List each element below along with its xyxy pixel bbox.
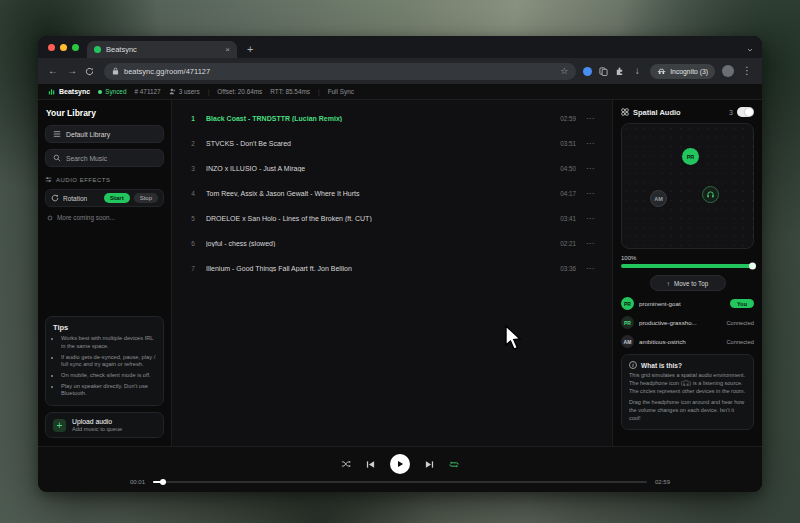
track-menu-icon[interactable]: ⋯ (584, 264, 596, 273)
library-sidebar: Your Library Default Library AUDIO EFFEC… (38, 100, 172, 446)
listener-node[interactable] (702, 186, 719, 203)
shuffle-button[interactable] (341, 460, 351, 468)
reading-list-icon[interactable] (599, 67, 608, 76)
track-number: 6 (188, 240, 198, 247)
browser-actions: ↓ Incognito (3) ⋮ (583, 64, 753, 79)
spatial-info-card: i What is this? This grid simulates a sp… (621, 354, 754, 430)
upload-audio-button[interactable]: + Upload audio Add music to queue (45, 412, 164, 438)
downloads-icon[interactable]: ↓ (631, 66, 643, 76)
spatial-toggle[interactable] (737, 107, 754, 117)
browser-menu-kebab-icon[interactable]: ⋮ (741, 66, 753, 76)
extension-icon[interactable] (583, 67, 592, 76)
window-controls (46, 36, 87, 58)
new-tab-button[interactable]: + (247, 43, 253, 58)
track-row[interactable]: 2 STVCKS - Don't Be Scared 03:51 ⋯ (182, 131, 602, 156)
default-library-button[interactable]: Default Library (45, 125, 164, 143)
offset-stat: Offset: 20.64ms (217, 88, 262, 95)
sparkle-icon (47, 215, 53, 221)
track-row[interactable]: 5 DROELOE x San Holo - Lines of the Brok… (182, 206, 602, 231)
room-code[interactable]: # 471127 (134, 88, 160, 95)
tips-list: Works best with multiple devices IRL in … (61, 335, 156, 398)
browser-navbar: ← → beatsync.gg/room/471127 ☆ ↓ Incognit… (38, 58, 762, 84)
user-name: productive-grassho... (639, 319, 721, 326)
rotate-icon (51, 194, 59, 202)
profile-avatar[interactable] (722, 65, 734, 77)
user-row[interactable]: PR productive-grassho... Connected (621, 316, 754, 329)
browser-tab-beatsync[interactable]: Beatsync × (87, 41, 237, 58)
rotation-start-button[interactable]: Start (104, 193, 130, 203)
back-icon[interactable]: ← (47, 66, 59, 76)
info-title: What is this? (641, 362, 682, 369)
address-bar[interactable]: beatsync.gg/room/471127 ☆ (104, 63, 576, 80)
search-music-field[interactable] (45, 149, 164, 167)
tab-close-icon[interactable]: × (225, 45, 230, 54)
track-duration: 03:36 (560, 265, 576, 272)
device-node[interactable]: PR (682, 148, 699, 165)
search-input[interactable] (66, 155, 156, 162)
next-button[interactable] (425, 460, 434, 469)
reload-icon[interactable] (85, 67, 97, 76)
extensions-puzzle-icon[interactable] (615, 67, 624, 76)
info-icon: i (629, 361, 637, 369)
track-duration: 03:41 (560, 215, 576, 222)
rotation-stop-button[interactable]: Stop (134, 193, 158, 203)
volume-slider[interactable] (621, 264, 754, 268)
library-list-icon (53, 130, 61, 138)
track-duration: 02:59 (560, 115, 576, 122)
site-info-icon[interactable] (112, 67, 119, 75)
device-node[interactable]: AM (650, 190, 667, 207)
headphone-icon (706, 190, 715, 199)
track-queue: 1 Black Coast - TRNDSTTR (Lucian Remix) … (172, 100, 612, 446)
full-sync-button[interactable]: Full Sync (328, 88, 354, 95)
close-window-button[interactable] (48, 44, 55, 51)
user-avatar: PR (621, 297, 634, 310)
track-duration: 04:50 (560, 165, 576, 172)
track-title: INZO x ILLUSIO - Just A Mirage (206, 165, 552, 172)
app-topbar: Beatsync Synced # 471127 3 users | Offse… (38, 84, 762, 100)
forward-icon[interactable]: → (66, 66, 78, 76)
track-title: Illenium - Good Things Fall Apart ft. Jo… (206, 265, 552, 272)
track-menu-icon[interactable]: ⋯ (584, 239, 596, 248)
connection-status: Connected (726, 320, 754, 326)
track-title: STVCKS - Don't Be Scared (206, 140, 552, 147)
minimize-window-button[interactable] (60, 44, 67, 51)
rtt-stat: RTT: 85.54ms (270, 88, 310, 95)
library-title: Your Library (46, 108, 164, 118)
track-number: 3 (188, 165, 198, 172)
info-paragraph: This grid simulates a spatial audio envi… (629, 372, 746, 396)
track-menu-icon[interactable]: ⋯ (584, 214, 596, 223)
incognito-badge[interactable]: Incognito (3) (650, 64, 715, 79)
track-title: Tom Reev, Assix & Jason Gewalt - Where I… (206, 190, 552, 197)
browser-window: Beatsync × + ← → beatsync.gg/room/471127… (38, 36, 762, 492)
user-avatar: PR (621, 316, 634, 329)
track-row[interactable]: 7 Illenium - Good Things Fall Apart ft. … (182, 256, 602, 281)
tip-item: Works best with multiple devices IRL in … (61, 335, 156, 350)
track-menu-icon[interactable]: ⋯ (584, 139, 596, 148)
user-row[interactable]: PR prominent-goat You (621, 297, 754, 310)
rotation-effect-row: Rotation Start Stop (45, 189, 164, 207)
seek-bar[interactable] (153, 481, 647, 484)
track-menu-icon[interactable]: ⋯ (584, 189, 596, 198)
play-button[interactable] (390, 454, 410, 474)
seek-knob[interactable] (160, 479, 166, 485)
track-menu-icon[interactable]: ⋯ (584, 164, 596, 173)
repeat-button[interactable] (449, 460, 459, 469)
track-row[interactable]: 1 Black Coast - TRNDSTTR (Lucian Remix) … (182, 106, 602, 131)
user-row[interactable]: AM ambitious-ostrich Connected (621, 335, 754, 348)
track-title: DROELOE x San Holo - Lines of the Broken… (206, 215, 552, 222)
spatial-grid[interactable]: PR AM (621, 123, 754, 249)
tab-search-chevron-icon[interactable] (746, 46, 754, 58)
spatial-device-count: 3 (729, 109, 733, 116)
previous-button[interactable] (366, 460, 375, 469)
track-duration: 03:51 (560, 140, 576, 147)
track-row[interactable]: 4 Tom Reev, Assix & Jason Gewalt - Where… (182, 181, 602, 206)
move-to-top-button[interactable]: ↑ Move to Top (650, 275, 726, 291)
track-row[interactable]: 6 joyful - chess (slowed) 02:21 ⋯ (182, 231, 602, 256)
spatial-audio-panel: Spatial Audio 3 PR AM 100% ↑ Move to Top (612, 100, 762, 446)
user-name: prominent-goat (639, 300, 725, 307)
track-row[interactable]: 3 INZO x ILLUSIO - Just A Mirage 04:50 ⋯ (182, 156, 602, 181)
bookmark-star-icon[interactable]: ☆ (560, 66, 568, 76)
zoom-window-button[interactable] (72, 44, 79, 51)
user-name: ambitious-ostrich (639, 338, 721, 345)
track-menu-icon[interactable]: ⋯ (584, 114, 596, 123)
